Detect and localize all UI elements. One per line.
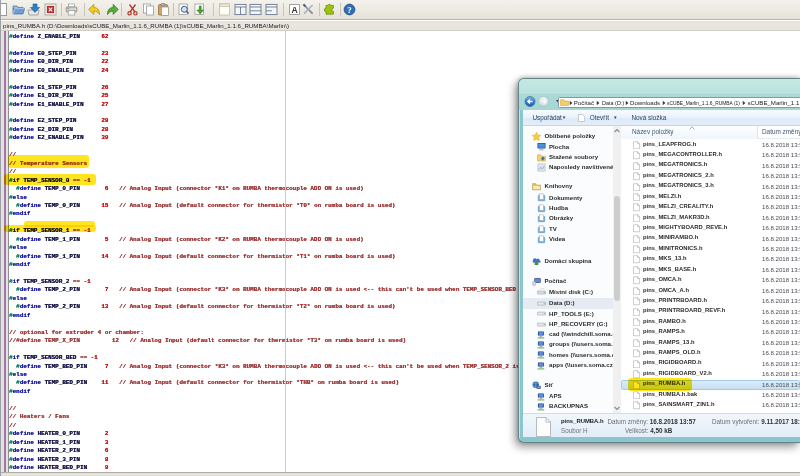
svg-text:?: ? (347, 5, 352, 15)
svg-text:A: A (291, 5, 297, 15)
